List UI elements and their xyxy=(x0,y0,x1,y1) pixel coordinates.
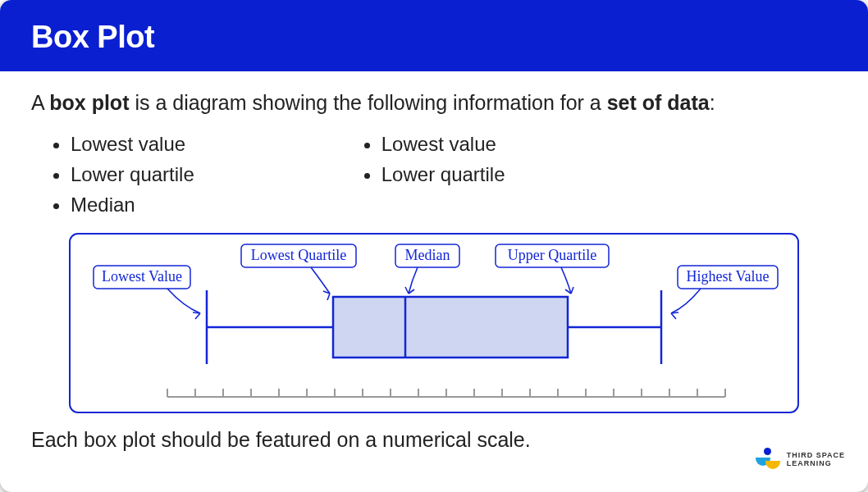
intro-text: A box plot is a diagram showing the foll… xyxy=(31,89,837,117)
arrow-head xyxy=(193,312,200,319)
content-area: A box plot is a diagram showing the foll… xyxy=(0,71,868,452)
list-item: Lower quartile xyxy=(71,159,194,189)
label-upper-quartile: Upper Quartile xyxy=(508,247,596,263)
bullet-list-right: Lowest value Lower quartile xyxy=(359,129,505,221)
page-title: Box Plot xyxy=(31,20,837,55)
label-lowest-quartile: Lowest Quartile xyxy=(251,247,346,263)
arrow-path xyxy=(167,289,200,313)
label-group: Lowest Value Lowest Quartile Median Uppe… xyxy=(94,244,778,289)
list-item: Lowest value xyxy=(381,129,505,159)
boxplot-diagram: Lowest Value Lowest Quartile Median Uppe… xyxy=(69,233,799,417)
label-highest-value: Highest Value xyxy=(686,268,769,285)
list-item: Lowest value xyxy=(71,129,194,159)
logo-text: THIRD SPACE LEARNING xyxy=(787,452,845,468)
intro-bold1: box plot xyxy=(49,91,129,114)
scale-axis xyxy=(167,389,725,397)
bullet-columns: Lowest value Lower quartile Median Lowes… xyxy=(48,129,837,221)
boxplot-body xyxy=(207,290,661,364)
intro-prefix: A xyxy=(31,91,49,114)
scale-ticks xyxy=(167,389,725,397)
list-item: Median xyxy=(71,189,194,220)
label-median: Median xyxy=(405,247,450,263)
intro-suffix: : xyxy=(710,91,715,114)
footer-text: Each box plot should be featured on a nu… xyxy=(31,428,837,452)
logo-icon xyxy=(756,448,780,472)
list-item: Lower quartile xyxy=(381,159,505,189)
brand-logo: THIRD SPACE LEARNING xyxy=(756,448,845,472)
bullet-list-left: Lowest value Lower quartile Median xyxy=(48,129,194,221)
card: Box Plot A box plot is a diagram showing… xyxy=(0,0,868,492)
intro-mid: is a diagram showing the following infor… xyxy=(129,91,606,114)
header-bar: Box Plot xyxy=(0,0,868,71)
arrow-head xyxy=(671,312,678,319)
arrow-path xyxy=(671,289,701,313)
logo-line2: LEARNING xyxy=(787,460,845,468)
intro-bold2: set of data xyxy=(607,91,710,114)
arrow-path xyxy=(311,267,330,294)
label-lowest-value: Lowest Value xyxy=(102,268,182,285)
box-rect xyxy=(333,297,568,358)
boxplot-svg: Lowest Value Lowest Quartile Median Uppe… xyxy=(69,233,799,413)
